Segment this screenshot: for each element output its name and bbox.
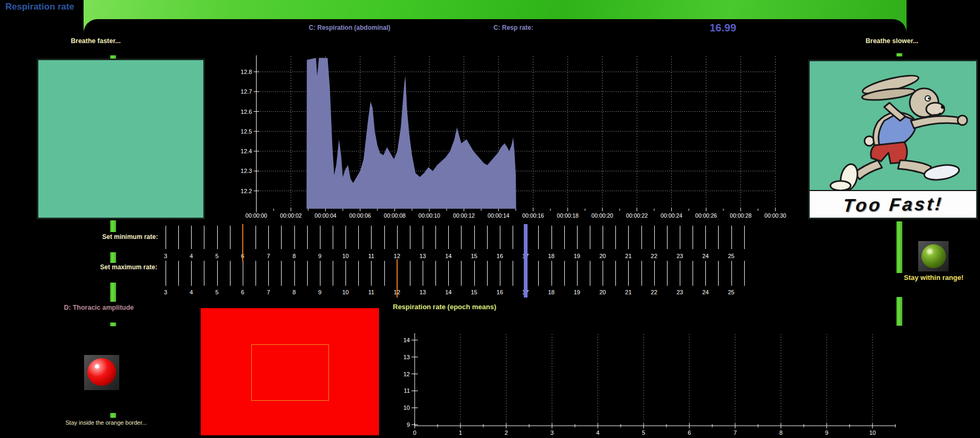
slider-tick bbox=[217, 261, 218, 286]
svg-text:12: 12 bbox=[403, 371, 410, 377]
slider-tick bbox=[641, 226, 642, 249]
slider-tick bbox=[191, 226, 192, 249]
slider-tick bbox=[564, 226, 565, 249]
svg-text:9: 9 bbox=[825, 429, 828, 436]
purple-rate-marker[interactable] bbox=[524, 259, 528, 297]
amplitude-feedback-box bbox=[201, 308, 379, 435]
slider-scale-number: 5 bbox=[211, 253, 224, 259]
set-minimum-rate-slider[interactable]: 345678910111213141516171819202122232425 bbox=[152, 224, 759, 261]
slider-scale-number: 14 bbox=[442, 253, 455, 259]
min-rate-slider-label: Set minimum rate: bbox=[102, 233, 158, 241]
slider-tick bbox=[423, 226, 423, 249]
slider-tick bbox=[268, 226, 269, 249]
svg-text:11: 11 bbox=[404, 387, 410, 394]
slider-scale-number: 3 bbox=[159, 253, 172, 259]
slider-tick bbox=[487, 226, 488, 249]
slider-tick bbox=[358, 261, 359, 286]
slider-tick bbox=[281, 226, 282, 249]
slider-tick bbox=[333, 226, 333, 249]
svg-text:7: 7 bbox=[734, 429, 737, 436]
svg-text:00:00:16: 00:00:16 bbox=[522, 212, 544, 219]
slider-tick bbox=[641, 261, 642, 286]
green-level-indicator-segment bbox=[110, 55, 116, 59]
green-led-indicator bbox=[918, 241, 949, 271]
slider-tick bbox=[500, 226, 500, 249]
slider-tick bbox=[166, 261, 166, 286]
slider-tick bbox=[448, 226, 449, 249]
thoracic-amplitude-label: D: Thoracic amplitude bbox=[64, 304, 134, 311]
slider-tick bbox=[590, 226, 590, 249]
page-title: Respiration rate bbox=[5, 2, 74, 12]
slider-scale-number: 22 bbox=[648, 289, 661, 295]
slider-scale-number: 23 bbox=[673, 289, 686, 295]
svg-text:6: 6 bbox=[688, 429, 691, 436]
slider-scale-number: 25 bbox=[725, 253, 738, 259]
slider-tick bbox=[217, 226, 218, 249]
red-led-indicator bbox=[84, 355, 119, 390]
slider-tick bbox=[230, 226, 230, 249]
svg-text:00:00:04: 00:00:04 bbox=[315, 212, 336, 219]
svg-text:2: 2 bbox=[505, 429, 508, 436]
breathe-slower-text: Breathe slower... bbox=[866, 37, 918, 45]
slider-tick bbox=[191, 261, 192, 286]
slider-tick bbox=[693, 261, 693, 286]
slider-scale-number: 13 bbox=[416, 253, 429, 259]
slider-tick bbox=[384, 261, 385, 286]
slider-tick bbox=[243, 261, 243, 286]
slider-tick bbox=[307, 226, 308, 249]
slider-tick bbox=[628, 226, 629, 249]
slider-scale-number: 8 bbox=[288, 253, 301, 259]
slider-tick bbox=[731, 226, 732, 249]
svg-text:00:00:22: 00:00:22 bbox=[626, 212, 648, 219]
stay-within-range-text: Stay within range! bbox=[904, 274, 963, 282]
slider-tick bbox=[345, 226, 346, 249]
svg-text:1: 1 bbox=[459, 429, 462, 436]
svg-text:0: 0 bbox=[413, 429, 416, 436]
resp-rate-value: 16.99 bbox=[710, 22, 736, 34]
green-level-indicator-segment bbox=[110, 220, 116, 232]
slider-tick bbox=[345, 261, 346, 286]
running-rabbit-image bbox=[810, 61, 976, 190]
svg-text:12.3: 12.3 bbox=[241, 168, 252, 174]
red-led-ball bbox=[87, 358, 116, 386]
svg-text:00:00:02: 00:00:02 bbox=[280, 212, 302, 219]
orange-rate-marker[interactable] bbox=[397, 259, 398, 297]
slider-scale-number: 13 bbox=[416, 289, 429, 295]
slider-tick bbox=[615, 226, 616, 249]
slider-tick bbox=[705, 226, 706, 249]
slider-tick bbox=[384, 226, 385, 249]
slider-scale-number: 19 bbox=[571, 253, 583, 259]
slider-scale-number: 16 bbox=[493, 253, 506, 259]
slider-scale-number: 9 bbox=[314, 289, 326, 295]
slider-scale-number: 15 bbox=[468, 289, 481, 295]
max-rate-slider-label: Set maximum rate: bbox=[100, 263, 157, 271]
slider-tick bbox=[654, 261, 655, 286]
svg-text:00:00:30: 00:00:30 bbox=[764, 212, 786, 219]
slider-tick bbox=[654, 226, 655, 249]
svg-text:00:00:10: 00:00:10 bbox=[418, 212, 440, 219]
slider-tick bbox=[603, 226, 603, 249]
slider-scale-number: 4 bbox=[185, 289, 197, 295]
slider-tick bbox=[230, 261, 230, 286]
purple-rate-marker[interactable] bbox=[524, 224, 528, 261]
slider-scale-number: 6 bbox=[236, 289, 249, 295]
slider-scale-number: 24 bbox=[699, 289, 712, 295]
slider-tick bbox=[320, 261, 320, 286]
svg-text:9: 9 bbox=[407, 422, 410, 428]
too-fast-animation-panel: Too Fast! bbox=[808, 60, 978, 219]
slider-scale-number: 16 bbox=[493, 289, 506, 295]
slider-tick bbox=[435, 226, 436, 249]
set-maximum-rate-slider[interactable]: 345678910111213141516171819202122232425 bbox=[152, 259, 759, 297]
svg-text:00:00:20: 00:00:20 bbox=[591, 212, 613, 219]
slider-tick bbox=[281, 261, 282, 286]
svg-text:12.7: 12.7 bbox=[241, 88, 252, 95]
slider-tick bbox=[256, 226, 256, 249]
green-level-indicator-segment bbox=[110, 413, 116, 418]
orange-rate-marker[interactable] bbox=[242, 224, 243, 261]
slider-tick bbox=[178, 261, 179, 286]
slider-tick bbox=[423, 261, 423, 286]
slider-scale-number: 21 bbox=[622, 289, 635, 295]
slider-tick bbox=[538, 226, 539, 249]
svg-text:00:00:26: 00:00:26 bbox=[695, 212, 717, 219]
signal-label: C: Respiration (abdominal) bbox=[309, 24, 390, 31]
